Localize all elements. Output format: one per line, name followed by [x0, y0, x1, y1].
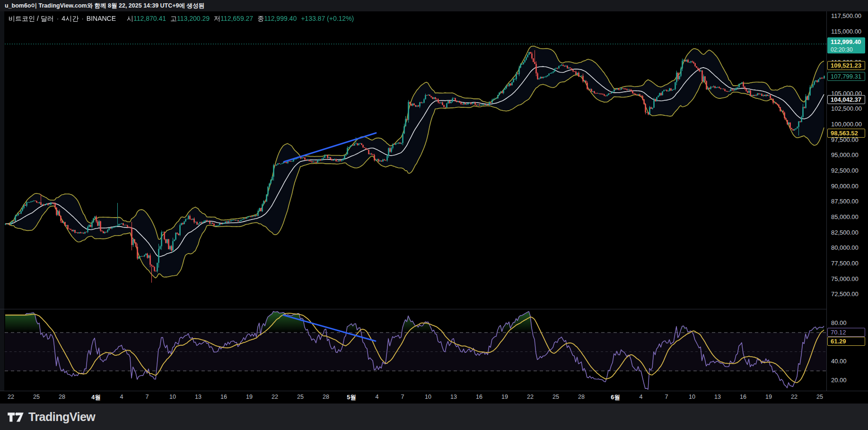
- ohlc-readout: 시112,870.41고113,200.29저112,659.27종112,99…: [123, 15, 354, 22]
- x-axis-tick: 10: [425, 394, 431, 400]
- bb-lower-label: 98,563.52: [827, 129, 865, 138]
- header-separator: ·: [57, 15, 59, 22]
- rsi-axis-tick: 20.00: [831, 377, 847, 384]
- last-close-label: 107,799.31: [827, 72, 865, 81]
- low-label: 저: [214, 15, 220, 22]
- price-axis-tick: 95,000.00: [831, 151, 859, 158]
- attribution-bar: u_bom6o이 TradingView.com와 함께 8월 22, 2025…: [0, 0, 868, 11]
- x-axis-tick: 4: [120, 394, 123, 400]
- x-axis-tick: 25: [816, 394, 823, 400]
- rsi-ma-value-label: 61.29: [827, 337, 865, 346]
- high-label: 고: [170, 15, 177, 22]
- tradingview-logo-icon: [7, 410, 25, 424]
- open-value: 112,870.41: [133, 15, 166, 22]
- x-axis-tick: 28: [323, 394, 329, 400]
- x-axis-tick: 25: [552, 394, 559, 400]
- x-axis-tick: 10: [689, 394, 695, 400]
- time-axis[interactable]: 2225284월47101316192225285월47101316192225…: [0, 391, 868, 404]
- x-axis-tick: 4: [376, 394, 379, 400]
- rsi-axis-tick: 80.00: [831, 319, 847, 326]
- interval-label[interactable]: 4시간: [61, 15, 79, 22]
- x-axis-tick: 7: [665, 394, 668, 400]
- x-axis-tick: 22: [8, 394, 14, 400]
- price-axis-tick: 115,000.00: [831, 28, 861, 35]
- x-axis-tick: 10: [169, 394, 176, 400]
- x-axis-tick: 25: [297, 394, 304, 400]
- price-axis-tick: 87,500.00: [831, 198, 859, 205]
- bb-basis-label: 104,042.37: [827, 95, 865, 104]
- chart-canvas[interactable]: [0, 0, 868, 430]
- header-separator: ·: [81, 15, 84, 22]
- symbol-title[interactable]: 비트코인 / 달러: [9, 15, 54, 22]
- current-price-label: 112,999.40 02:20:30: [827, 37, 865, 53]
- price-axis-tick: 90,000.00: [831, 183, 859, 190]
- x-axis-tick: 19: [765, 394, 772, 400]
- x-axis-tick: 16: [476, 394, 482, 400]
- x-axis-month-tick: 6월: [611, 394, 620, 402]
- x-axis-tick: 25: [33, 394, 40, 400]
- x-axis-tick: 22: [527, 394, 534, 400]
- symbol-header: 비트코인 / 달러·4시간·BINANCE시112,870.41고113,200…: [9, 15, 354, 23]
- high-value: 113,200.29: [177, 15, 210, 22]
- bar-countdown: 02:20:30: [831, 46, 865, 53]
- x-axis-tick: 19: [501, 394, 508, 400]
- open-label: 시: [127, 15, 133, 22]
- price-axis-tick: 72,500.00: [831, 290, 859, 298]
- x-axis-tick: 7: [146, 394, 149, 400]
- change-value: +133.87 (+0.12%): [301, 15, 354, 22]
- footer-bar: TradingView: [0, 404, 868, 430]
- close-value: 112,999.40: [264, 15, 297, 22]
- x-axis-tick: 13: [714, 394, 721, 400]
- pane-separator[interactable]: [0, 309, 868, 309]
- x-axis-tick: 19: [246, 394, 253, 400]
- price-axis-tick: 100,000.00: [831, 121, 862, 128]
- price-axis-tick: 75,000.00: [831, 275, 859, 282]
- x-axis-tick: 22: [272, 394, 278, 400]
- price-axis-tick: 92,500.00: [831, 167, 859, 174]
- brand-text: TradingView: [28, 410, 95, 424]
- price-axis-tick: 117,500.00: [831, 12, 861, 19]
- x-axis-tick: 4: [640, 394, 643, 400]
- price-axis-tick: 82,500.00: [831, 229, 859, 236]
- x-axis-tick: 22: [791, 394, 798, 400]
- close-label: 종: [257, 15, 264, 22]
- current-price-value: 112,999.40: [831, 38, 865, 46]
- x-axis-month-tick: 5월: [347, 394, 356, 402]
- x-axis-tick: 28: [59, 394, 65, 400]
- rsi-value-label: 70.12: [827, 328, 865, 337]
- price-axis-tick: 77,500.00: [831, 260, 859, 267]
- rsi-axis-tick: 40.00: [831, 358, 847, 365]
- x-axis-tick: 13: [450, 394, 457, 400]
- price-axis-tick: 102,500.00: [831, 105, 862, 112]
- bb-upper-label: 109,521.23: [827, 61, 865, 70]
- x-axis-tick: 7: [401, 394, 404, 400]
- tradingview-snapshot: u_bom6o이 TradingView.com와 함께 8월 22, 2025…: [0, 0, 868, 430]
- attribution-text: u_bom6o이 TradingView.com와 함께 8월 22, 2025…: [5, 2, 204, 9]
- price-axis-tick: 85,000.00: [831, 213, 859, 220]
- price-axis[interactable]: 20.0040.0060.0080.0072,500.0075,000.0077…: [827, 11, 868, 391]
- x-axis-tick: 16: [220, 394, 227, 400]
- x-axis-tick: 16: [740, 394, 746, 400]
- x-axis-tick: 28: [578, 394, 585, 400]
- exchange-label: BINANCE: [87, 15, 116, 22]
- x-axis-tick: 13: [195, 394, 202, 400]
- price-axis-tick: 80,000.00: [831, 244, 859, 251]
- left-toolbar-strip: [0, 11, 4, 404]
- x-axis-month-tick: 4월: [91, 394, 100, 402]
- low-value: 112,659.27: [220, 15, 253, 22]
